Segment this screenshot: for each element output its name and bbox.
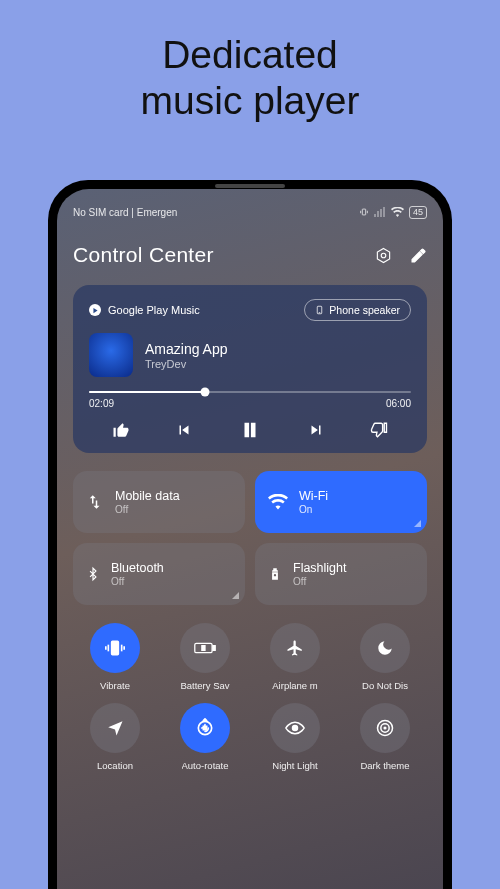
- round-tile-label: Night Light: [272, 760, 317, 771]
- expand-indicator-icon: [414, 520, 421, 527]
- battery-indicator: 45: [409, 206, 427, 219]
- tile-mobile-data[interactable]: Mobile dataOff: [73, 471, 245, 533]
- round-tile-night-light: Night Light: [253, 703, 337, 771]
- page-headline: Dedicatedmusic player: [0, 0, 500, 124]
- thumbs-up-icon[interactable]: [112, 421, 130, 439]
- round-tile-button[interactable]: [360, 623, 410, 673]
- album-art[interactable]: [89, 333, 133, 377]
- quick-tiles-grid: Mobile dataOffWi-FiOnBluetoothOffFlashli…: [73, 471, 427, 605]
- bt-icon: [86, 564, 100, 584]
- status-left-text: No SIM card | Emergen: [73, 207, 177, 218]
- settings-icon[interactable]: [375, 247, 392, 264]
- edit-icon[interactable]: [410, 247, 427, 264]
- pause-icon[interactable]: [239, 419, 261, 441]
- round-tile-button[interactable]: [360, 703, 410, 753]
- music-source[interactable]: Google Play Music: [89, 304, 200, 316]
- plane-icon: [286, 639, 304, 657]
- eye-icon: [285, 721, 305, 735]
- svg-rect-0: [362, 209, 365, 215]
- wifi-status-icon: [391, 207, 404, 217]
- tile-label: Bluetooth: [111, 561, 164, 575]
- round-tile-airplane-m: Airplane m: [253, 623, 337, 691]
- round-tile-do-not-dis: Do Not Dis: [343, 623, 427, 691]
- round-tile-button[interactable]: [180, 623, 230, 673]
- tile-state: Off: [111, 576, 164, 587]
- round-tile-label: Dark theme: [360, 760, 409, 771]
- batt-icon: [194, 641, 216, 655]
- round-tiles-grid: VibrateBattery SavAirplane mDo Not DisLo…: [73, 623, 427, 771]
- round-tile-label: Battery Sav: [180, 680, 229, 691]
- progress-fill: [89, 391, 205, 393]
- tile-label: Wi-Fi: [299, 489, 328, 503]
- status-bar: No SIM card | Emergen 45: [73, 203, 427, 221]
- music-source-label: Google Play Music: [108, 304, 200, 316]
- previous-track-icon[interactable]: [175, 421, 193, 439]
- tile-wi-fi[interactable]: Wi-FiOn: [255, 471, 427, 533]
- next-track-icon[interactable]: [307, 421, 325, 439]
- round-tile-vibrate: Vibrate: [73, 623, 157, 691]
- svg-rect-12: [213, 646, 215, 651]
- control-center-header: Control Center: [73, 243, 427, 267]
- tile-state: Off: [115, 504, 180, 515]
- wifi-icon: [268, 494, 288, 510]
- rotate-icon: [195, 718, 215, 738]
- tile-label: Flashlight: [293, 561, 347, 575]
- round-tile-label: Vibrate: [100, 680, 130, 691]
- phone-frame: No SIM card | Emergen 45 Control Center …: [48, 180, 452, 889]
- svg-point-15: [293, 726, 298, 731]
- track-title: Amazing App: [145, 341, 228, 357]
- phone-screen: No SIM card | Emergen 45 Control Center …: [57, 189, 443, 889]
- music-source-icon: [89, 304, 101, 316]
- progress-thumb[interactable]: [200, 388, 209, 397]
- loc-icon: [106, 719, 124, 737]
- phone-speaker-grill: [215, 184, 285, 188]
- round-tile-dark-theme: Dark theme: [343, 703, 427, 771]
- phone-device-icon: [315, 304, 324, 316]
- round-tile-button[interactable]: [90, 623, 140, 673]
- round-tile-auto-rotate: Auto-rotate: [163, 703, 247, 771]
- dark-icon: [375, 718, 395, 738]
- signal-icon: [374, 207, 386, 217]
- round-tile-location: Location: [73, 703, 157, 771]
- round-tile-label: Airplane m: [272, 680, 317, 691]
- output-device-chip[interactable]: Phone speaker: [304, 299, 411, 321]
- control-center-title: Control Center: [73, 243, 214, 267]
- status-right-icons: 45: [359, 206, 427, 219]
- round-tile-button[interactable]: [180, 703, 230, 753]
- round-tile-button[interactable]: [90, 703, 140, 753]
- round-tile-label: Location: [97, 760, 133, 771]
- moon-icon: [376, 639, 394, 657]
- expand-indicator-icon: [232, 592, 239, 599]
- tile-flashlight[interactable]: FlashlightOff: [255, 543, 427, 605]
- music-player-card: Google Play Music Phone speaker Amazing …: [73, 285, 427, 453]
- time-elapsed: 02:09: [89, 398, 114, 409]
- vibrate-status-icon: [359, 207, 369, 217]
- svg-point-18: [384, 727, 386, 729]
- round-tile-button[interactable]: [270, 623, 320, 673]
- svg-rect-6: [112, 641, 119, 654]
- tile-state: On: [299, 504, 328, 515]
- svg-point-3: [381, 253, 386, 258]
- flash-icon: [268, 564, 282, 584]
- thumbs-down-icon[interactable]: [370, 421, 388, 439]
- round-tile-battery-sav: Battery Sav: [163, 623, 247, 691]
- time-duration: 06:00: [386, 398, 411, 409]
- round-tile-button[interactable]: [270, 703, 320, 753]
- round-tile-label: Do Not Dis: [362, 680, 408, 691]
- tile-label: Mobile data: [115, 489, 180, 503]
- swap-icon: [86, 493, 104, 511]
- track-artist: TreyDev: [145, 358, 228, 370]
- vibrate-icon: [105, 638, 125, 658]
- output-device-label: Phone speaker: [329, 304, 400, 316]
- tile-bluetooth[interactable]: BluetoothOff: [73, 543, 245, 605]
- progress-track[interactable]: [89, 391, 411, 393]
- round-tile-label: Auto-rotate: [182, 760, 229, 771]
- tile-state: Off: [293, 576, 347, 587]
